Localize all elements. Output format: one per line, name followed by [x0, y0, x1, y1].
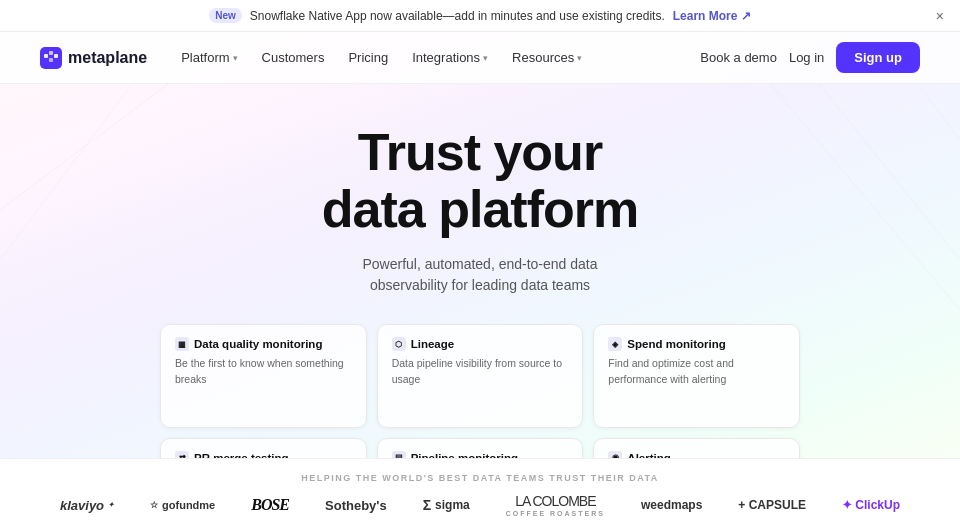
logo-weedmaps: weedmaps	[623, 498, 720, 512]
announcement-close[interactable]: ×	[936, 8, 944, 24]
feature-card-spend: ◈ Spend monitoring Find and optimize cos…	[593, 324, 800, 427]
logo-colombe: LA COLOMBE COFFEE ROASTERS	[488, 493, 623, 517]
hero-title: Trust your data platform	[20, 124, 940, 238]
logo-bose: BOSE	[233, 496, 307, 514]
nav-integrations[interactable]: Integrations▾	[402, 44, 498, 71]
nav-platform[interactable]: Platform▾	[171, 44, 247, 71]
social-proof-label: HELPING THE WORLD'S BEST DATA TEAMS TRUS…	[20, 473, 940, 483]
new-badge: New	[209, 8, 242, 23]
announcement-text: Snowflake Native App now available—add i…	[250, 9, 665, 23]
svg-rect-9	[49, 58, 53, 62]
logo-clickup: ✦ ClickUp	[824, 498, 918, 512]
dqm-icon: ▦	[175, 337, 189, 351]
social-proof-bar: HELPING THE WORLD'S BEST DATA TEAMS TRUS…	[0, 458, 960, 531]
main-nav: metaplane Platform▾ Customers Pricing In…	[0, 32, 960, 84]
learn-more-link[interactable]: Learn More ↗	[673, 9, 751, 23]
login-link[interactable]: Log in	[789, 50, 824, 65]
logo-icon	[40, 47, 62, 69]
book-demo-link[interactable]: Book a demo	[700, 50, 777, 65]
nav-right: Book a demo Log in Sign up	[700, 42, 920, 73]
feature-card-lineage: ⬡ Lineage Data pipeline visibility from …	[377, 324, 584, 427]
logo-gofundme: ☆gofundme	[132, 499, 233, 511]
nav-links: Platform▾ Customers Pricing Integrations…	[171, 44, 700, 71]
spend-icon: ◈	[608, 337, 622, 351]
svg-rect-7	[49, 51, 53, 55]
logos-row: klaviyo✦ ☆gofundme BOSE Sotheby's Σ sigm…	[20, 493, 940, 517]
svg-rect-6	[44, 54, 48, 58]
lineage-icon: ⬡	[392, 337, 406, 351]
feature-card-dqm: ▦ Data quality monitoring Be the first t…	[160, 324, 367, 427]
logo-sothebys: Sotheby's	[307, 498, 405, 513]
signup-button[interactable]: Sign up	[836, 42, 920, 73]
logo[interactable]: metaplane	[40, 47, 147, 69]
logo-text: metaplane	[68, 49, 147, 67]
logo-sigma: Σ sigma	[405, 497, 488, 513]
logo-capsule: + CAPSULE	[720, 498, 824, 512]
logo-klaviyo: klaviyo✦	[42, 498, 132, 513]
nav-pricing[interactable]: Pricing	[338, 44, 398, 71]
hero-subtitle: Powerful, automated, end-to-end dataobse…	[20, 254, 940, 296]
nav-customers[interactable]: Customers	[252, 44, 335, 71]
announcement-bar: New Snowflake Native App now available—a…	[0, 0, 960, 32]
svg-rect-8	[54, 54, 58, 58]
nav-resources[interactable]: Resources▾	[502, 44, 592, 71]
